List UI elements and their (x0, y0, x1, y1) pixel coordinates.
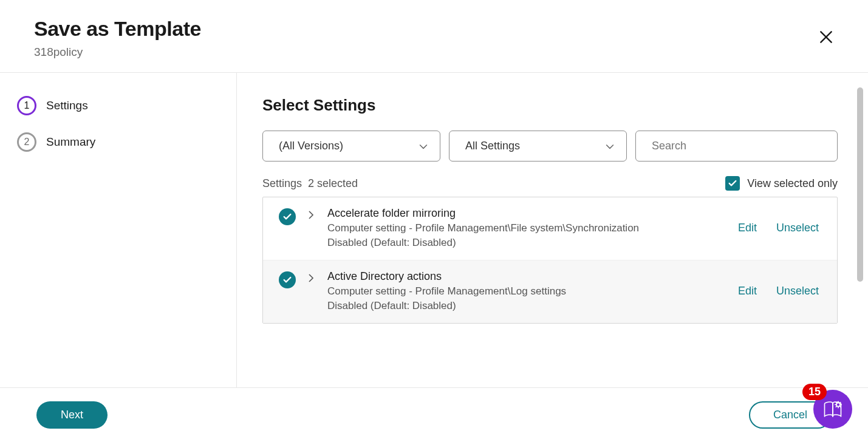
close-icon (818, 29, 834, 45)
svg-line-8 (839, 403, 841, 404)
setting-path: Computer setting - Profile Management\Fi… (327, 222, 726, 234)
step-number: 1 (17, 96, 36, 115)
scrollbar-thumb[interactable] (857, 87, 863, 282)
step-number: 2 (17, 132, 36, 152)
next-button[interactable]: Next (36, 401, 108, 429)
count-value: 2 selected (308, 177, 358, 189)
setting-row: Active Directory actions Computer settin… (263, 260, 837, 323)
selected-count: Settings 2 selected (262, 177, 358, 190)
unselect-button[interactable]: Unselect (774, 219, 821, 237)
chevron-right-icon (306, 273, 316, 284)
svg-line-7 (836, 403, 837, 404)
setting-value: Disabled (Default: Disabled) (327, 237, 726, 249)
expand-toggle[interactable] (306, 209, 318, 223)
page-title: Save as Template (34, 17, 201, 41)
versions-dropdown-label: (All Versions) (262, 131, 440, 162)
selected-check-icon (279, 208, 296, 225)
section-title: Select Settings (262, 96, 838, 115)
count-label: Settings (262, 177, 302, 189)
step-settings[interactable]: 1 Settings (17, 96, 236, 115)
versions-dropdown[interactable]: (All Versions) (262, 131, 440, 162)
wizard-steps: 1 Settings 2 Summary (0, 73, 237, 387)
category-dropdown[interactable]: All Settings (449, 131, 627, 162)
category-dropdown-label: All Settings (449, 131, 627, 162)
dialog-header: Save as Template 318policy (0, 0, 868, 73)
checkbox-checked-icon (725, 176, 740, 191)
unselect-button[interactable]: Unselect (774, 282, 821, 300)
svg-line-10 (839, 406, 841, 407)
chevron-right-icon (306, 209, 316, 220)
setting-title: Accelerate folder mirroring (327, 207, 726, 220)
edit-button[interactable]: Edit (736, 282, 759, 300)
setting-value: Disabled (Default: Disabled) (327, 300, 726, 312)
dialog-footer: Next Cancel (0, 387, 868, 442)
expand-toggle[interactable] (306, 273, 318, 286)
setting-path: Computer setting - Profile Management\Lo… (327, 285, 726, 298)
step-label: Settings (46, 99, 88, 112)
svg-line-9 (836, 406, 837, 407)
setting-title: Active Directory actions (327, 270, 726, 283)
close-button[interactable] (813, 24, 839, 52)
step-label: Summary (46, 135, 95, 149)
help-fab[interactable]: 15 (813, 390, 852, 429)
setting-row: Accelerate folder mirroring Computer set… (263, 197, 837, 260)
main-panel: Select Settings (All Versions) All Setti… (237, 73, 868, 387)
search-input[interactable] (635, 131, 838, 162)
filter-row: (All Versions) All Settings (262, 131, 838, 162)
view-selected-only-label: View selected only (747, 177, 838, 190)
selected-check-icon (279, 271, 296, 288)
notification-badge: 15 (802, 384, 827, 400)
help-book-icon (822, 398, 844, 420)
view-selected-only-toggle[interactable]: View selected only (725, 176, 838, 191)
step-summary[interactable]: 2 Summary (17, 132, 236, 152)
page-subtitle: 318policy (34, 46, 201, 59)
scrollbar[interactable] (857, 87, 863, 373)
settings-list: Accelerate folder mirroring Computer set… (262, 197, 838, 324)
edit-button[interactable]: Edit (736, 219, 759, 237)
